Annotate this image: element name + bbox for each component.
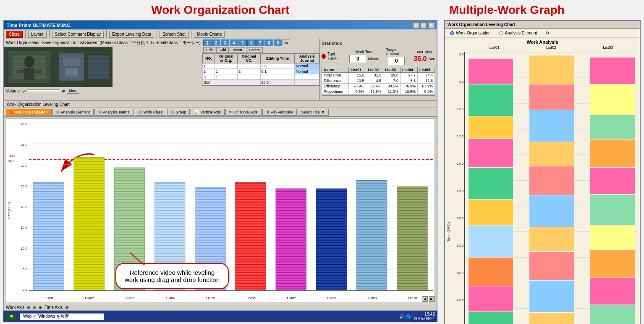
num-tab-7[interactable]: 7 [256,40,264,46]
analysis-journal-tab-dot [98,111,102,114]
export-button[interactable]: Export Leveling Data [109,31,154,38]
close-button[interactable]: ✕ [428,22,434,28]
vertical-axis-icon: 📊 [194,110,199,114]
num-tab-9[interactable]: 9 [274,40,282,46]
time-axis-minus[interactable]: ⊖ [65,305,68,310]
window-controls: ─ □ ✕ [413,22,434,28]
chart-tab-work-org[interactable]: Work Organization [6,109,52,116]
x-label-list07: List07 [287,296,296,300]
work-table-container[interactable]: NO. Originalal Org. OriginalNO. Editing … [202,53,319,85]
col-analysis: AnalysisJournal [295,54,319,63]
right-y-35: 3 5 0 [453,244,463,247]
flip-tab-label: Flip Vertically [271,110,293,114]
chart-tab-analysis-journal[interactable]: Analysis Journal [94,109,134,116]
x-label-list06: List06 [246,296,255,300]
edit-button[interactable]: Edit [203,47,216,53]
table-row[interactable]: 3 1 [202,74,319,80]
num-tab-2[interactable]: 2 [212,40,220,46]
svg-rect-94 [590,115,635,140]
stats-row-diff: Difference10.54.57.08.311.6 [322,78,435,84]
maximize-button[interactable]: □ [421,22,427,28]
horizontal-axis-tab-label: Horizontal Axis [233,110,258,114]
org-header-bar: Work Organization Save Organization List… [4,39,202,47]
svg-rect-76 [469,225,513,257]
x-label-list08: List08 [327,296,336,300]
right-chart-area: Time (SEC) 0 0 5 0 1 0 0 1 5 0 2 0 0 2 5… [445,50,640,324]
right-tab-work-org[interactable]: Work Organization [447,30,494,36]
close-toolbar-button[interactable]: Close [6,31,23,38]
toolbar-sep-2 [49,30,50,38]
start-button[interactable]: ⊞ [6,313,16,320]
svg-rect-45 [74,158,105,290]
table-sum-row: Sum 25.5 [202,80,319,85]
num-tab-3[interactable]: 3 [221,40,229,46]
chart-tab-flip[interactable]: ⇅ Flip Vertically [262,109,297,116]
callout-bubble: Reference video while levelingwork using… [115,263,229,289]
svg-rect-71 [469,84,513,116]
volume-slider[interactable] [26,90,60,92]
chart-tab-analysis-element[interactable]: Analysis Element [52,109,94,116]
taskbar-search[interactable] [20,313,104,320]
num-tab-6[interactable]: 6 [247,40,256,46]
svg-rect-72 [469,116,513,139]
insert-button[interactable]: Insert [230,47,245,53]
chart-tab-work-class[interactable]: Work Class [135,109,166,116]
right-window-header: Work Organization Leveling Chart [445,21,640,29]
svg-rect-49 [236,182,266,290]
minimize-button[interactable]: ─ [413,22,419,28]
work-time-header: Work Time [356,50,374,54]
add-button[interactable]: Add [216,47,229,53]
right-panel: Work Organization Leveling Chart Work Or… [441,18,644,324]
right-y-0: 0 0 [453,53,463,56]
num-tab-1[interactable]: 1 [203,40,212,46]
analysis-element-tab-label: Analysis Element [61,110,90,114]
stats-col-list04: List04 [401,67,418,73]
chart-tab-horizontal-axis[interactable]: ≡ Horizontal Axis [225,109,262,116]
volume-minus[interactable]: ⊖ [21,89,25,93]
chart-tab-select-title[interactable]: Select Title ▼ [298,109,329,116]
screenshot-button[interactable]: Screen Shot [160,31,188,38]
num-tab-4[interactable]: 4 [230,40,238,46]
table-row[interactable]: 1 2.6 Normal [202,63,319,69]
work-org-tab-label: Work Organization [14,110,48,114]
work-axis-plus[interactable]: ⊕ [39,305,42,310]
right-tab-work-org-label: Work Organization [456,31,491,35]
chart-tab-vertical-axis[interactable]: 📊 Vertical Axis [191,109,225,116]
stats-row-eff: Efficiency70.9%87.6%80.5%76.9%67.9% [322,84,435,89]
stats-table-container[interactable]: Name List01 List02 List03 List04 List05 [322,67,435,95]
table-row[interactable]: 2 1 2 6.1 Normal [202,69,319,74]
movie-button[interactable]: Movie Create [194,31,225,38]
volume-plus[interactable]: ⊕ [62,89,65,93]
stats-row-total: Total Time25.531.529.027.724.4 [322,73,435,78]
right-tab-analysis-element[interactable]: Analysis Element [496,30,541,36]
right-tabs: Work Organization Analysis Element ⚙ [445,29,640,38]
num-tab-5[interactable]: 5 [238,40,247,46]
work-time-unit: Minute [368,57,379,61]
right-tab-analysis-label: Analysis Element [505,31,537,35]
delete-button[interactable]: Delete [246,47,263,53]
vertical-axis-tab-label: Vertical Axis [200,110,221,114]
work-axis-minus[interactable]: ⊖ [27,305,30,310]
right-window: Work Organization Leveling Chart Work Or… [444,20,641,324]
col-no: NO. [202,54,215,63]
chart-tab-group[interactable]: Group [167,109,190,116]
right-y-20: 2 0 0 [453,162,463,165]
x-label-list09: List09 [368,296,377,300]
right-tab-extra[interactable]: ⚙ [542,30,552,36]
num-tab-more[interactable]: ≫ [283,40,290,46]
num-tab-8[interactable]: 8 [265,40,273,46]
scroll-right-btn[interactable]: ▶ [429,296,435,302]
window-titlebar: Time Prism ULTIMATE M.M.C. ─ □ ✕ [4,21,437,29]
layout-button[interactable]: Layout [28,31,47,38]
work-class-tab-dot [139,111,142,114]
video-frame[interactable] [4,47,113,87]
red-dot-indicator [322,54,326,59]
window-title: Time Prism ULTIMATE M.M.C. [7,23,72,28]
mute-button[interactable]: Mute [67,88,79,94]
svg-rect-73 [469,139,513,168]
select-comment-button[interactable]: Select Comment Display [52,31,104,38]
scroll-left-btn[interactable]: ◀ [422,296,428,302]
video-overlay [4,47,113,87]
sum-value: 25.5 [260,80,295,85]
cell-orig-no-1 [238,63,260,69]
